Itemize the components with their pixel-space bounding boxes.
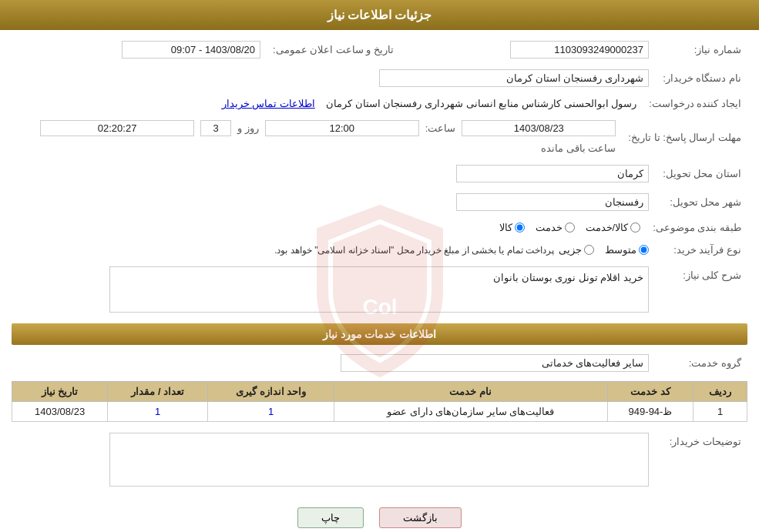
buyer-desc-label: توضیحات خریدار: <box>655 430 747 492</box>
info-section-11: توضیحات خریدار: <box>12 430 747 492</box>
buyer-desc-cell <box>12 430 655 492</box>
category-radio-kala[interactable] <box>515 223 525 233</box>
deadline-time: 12:00 <box>265 120 419 136</box>
category-label-khedmat: خدمت <box>536 222 563 233</box>
purchase-type-option-juzyi[interactable]: جزیی <box>559 244 594 256</box>
org-name-label: نام دستگاه خریدار: <box>655 66 747 90</box>
org-name-cell: شهرداری رفسنجان استان کرمان <box>12 66 655 90</box>
announce-date-label: تاریخ و ساعت اعلان عمومی: <box>267 38 400 62</box>
city-cell: رفسنجان <box>12 190 655 214</box>
need-number-cell: 1103093249000237 <box>400 38 655 62</box>
need-number-label: شماره نیاز: <box>655 38 747 62</box>
province-label: استان محل تحویل: <box>655 162 747 186</box>
announce-date-value: 1403/08/20 - 09:07 <box>122 41 260 59</box>
back-button[interactable]: بازگشت <box>379 507 462 528</box>
deadline-remaining-label: ساعت باقی مانده <box>541 142 616 154</box>
deadline-remaining: 02:20:27 <box>40 120 194 136</box>
info-section-10: گروه خدمت: سایر فعالیت‌های خدماتی <box>12 351 747 375</box>
need-number-value: 1103093249000237 <box>510 41 649 59</box>
category-radio-khedmat[interactable] <box>565 223 575 233</box>
table-row: 1 ظ-94-949 فعالیت‌های سایر سازمان‌های دا… <box>12 402 747 422</box>
creator-value: رسول ابوالحسنی کارشناس منابع انسانی شهرد… <box>326 98 636 109</box>
col-header-unit: واحد اندازه گیری <box>208 382 334 402</box>
purchase-notice: پرداخت تمام یا بخشی از مبلغ خریدار محل "… <box>274 245 554 256</box>
info-section-2: نام دستگاه خریدار: شهرداری رفسنجان استان… <box>12 66 747 90</box>
creator-cell: رسول ابوالحسنی کارشناس منابع انسانی شهرد… <box>12 95 643 112</box>
purchase-type-label-mutawasit: متوسط <box>605 244 636 256</box>
info-section-9: شرح کلی نیاز: خرید اقلام تونل نوری بوستا… <box>12 263 747 316</box>
purchase-type-label: نوع فرآیند خرید: <box>655 241 747 259</box>
service-group-label: گروه خدمت: <box>655 351 747 375</box>
services-table: ردیف کد خدمت نام خدمت واحد اندازه گیری ت… <box>12 381 747 422</box>
category-option-khedmat[interactable]: خدمت <box>536 222 575 233</box>
city-label: شهر محل تحویل: <box>655 190 747 214</box>
button-group: بازگشت چاپ <box>12 507 747 528</box>
category-radio-kala-khedmat[interactable] <box>630 223 640 233</box>
content-area: Col شماره نیاز: 1103093249000237 تاریخ و… <box>0 30 759 532</box>
cell-name: فعالیت‌های سایر سازمان‌های دارای عضو <box>334 402 607 422</box>
cell-code: ظ-94-949 <box>607 402 694 422</box>
category-cell: کالا/خدمت خدمت کالا <box>12 219 646 236</box>
services-section-title: اطلاعات خدمات مورد نیاز <box>12 323 747 345</box>
need-desc-label: شرح کلی نیاز: <box>655 263 747 316</box>
need-desc-cell: خرید اقلام تونل نوری بوستان بانوان <box>12 263 655 316</box>
deadline-day-label: روز و <box>237 122 259 134</box>
info-section-8: نوع فرآیند خرید: متوسط جزیی <box>12 241 747 259</box>
buyer-desc-textarea[interactable] <box>109 433 649 487</box>
deadline-days: 3 <box>200 120 231 136</box>
page-wrapper: جزئیات اطلاعات نیاز Col شماره نیاز: 1103… <box>0 0 759 532</box>
cell-quantity: 1 <box>108 402 208 422</box>
deadline-time-label: ساعت: <box>425 122 456 134</box>
need-desc-value: خرید اقلام تونل نوری بوستان بانوان <box>493 272 643 283</box>
purchase-type-radio-mutawasit[interactable] <box>639 245 649 255</box>
purchase-type-cell: متوسط جزیی پرداخت تمام یا بخشی از مبلغ خ… <box>12 241 655 259</box>
deadline-label: مهلت ارسال پاسخ: تا تاریخ: <box>622 117 747 157</box>
col-header-date: تاریخ نیاز <box>12 382 108 402</box>
province-cell: کرمان <box>12 162 655 186</box>
purchase-type-radio-juzyi[interactable] <box>584 245 594 255</box>
cell-row: 1 <box>694 402 747 422</box>
col-header-row: ردیف <box>694 382 747 402</box>
col-header-name: نام خدمت <box>334 382 607 402</box>
category-label-kala-khedmat: کالا/خدمت <box>586 222 629 233</box>
deadline-date: 1403/08/23 <box>462 120 616 136</box>
creator-link[interactable]: اطلاعات تماس خریدار <box>222 98 315 109</box>
cell-date: 1403/08/23 <box>12 402 108 422</box>
purchase-type-option-mutawasit[interactable]: متوسط <box>605 244 649 256</box>
creator-label: ایجاد کننده درخواست: <box>643 95 747 112</box>
purchase-type-label-juzyi: جزیی <box>559 244 582 256</box>
announce-date-cell: 1403/08/20 - 09:07 <box>12 38 267 62</box>
info-section-1: شماره نیاز: 1103093249000237 تاریخ و ساع… <box>12 38 747 62</box>
category-option-kala-khedmat[interactable]: کالا/خدمت <box>586 222 641 233</box>
service-group-value: سایر فعالیت‌های خدماتی <box>341 354 649 372</box>
info-section-6: شهر محل تحویل: رفسنجان <box>12 190 747 214</box>
category-option-kala[interactable]: کالا <box>499 222 525 233</box>
col-header-code: کد خدمت <box>607 382 694 402</box>
cell-unit: 1 <box>208 402 334 422</box>
print-button[interactable]: چاپ <box>297 507 364 528</box>
category-label-kala: کالا <box>499 222 512 233</box>
org-name-value: شهرداری رفسنجان استان کرمان <box>379 69 649 87</box>
col-header-quantity: تعداد / مقدار <box>108 382 208 402</box>
category-label: طبقه بندی موضوعی: <box>646 219 747 236</box>
city-value: رفسنجان <box>456 193 649 211</box>
page-title: جزئیات اطلاعات نیاز <box>0 0 759 30</box>
province-value: کرمان <box>456 165 649 182</box>
info-section-3: ایجاد کننده درخواست: رسول ابوالحسنی کارش… <box>12 95 747 112</box>
deadline-cell: 1403/08/23 ساعت: 12:00 روز و 3 02:20:27 … <box>12 117 622 157</box>
info-section-7: طبقه بندی موضوعی: کالا/خدمت خدمت <box>12 219 747 236</box>
info-section-5: استان محل تحویل: کرمان <box>12 162 747 186</box>
info-section-4: مهلت ارسال پاسخ: تا تاریخ: 1403/08/23 سا… <box>12 117 747 157</box>
service-group-cell: سایر فعالیت‌های خدماتی <box>12 351 655 375</box>
